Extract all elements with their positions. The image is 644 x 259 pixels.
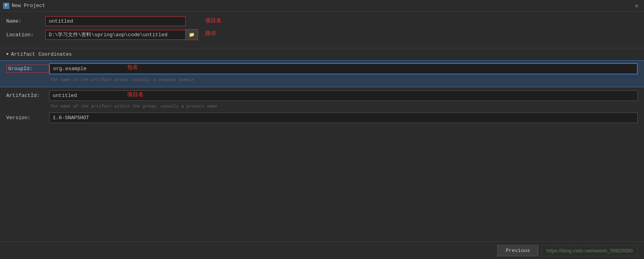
artifact-coordinates-title: Artifact Coordinates	[11, 51, 72, 57]
artifactid-label: ArtifactId:	[6, 93, 49, 99]
artifact-coordinates-section: GroupId: 包名 The name of the artifact gro…	[0, 60, 644, 130]
main-content: Name: 项目名 Location: 📁 路径 ▼ Artifa	[0, 12, 644, 259]
browse-button[interactable]: 📁	[185, 29, 198, 40]
artifactid-row: ArtifactId: 项目名	[6, 90, 638, 101]
top-form-section: Name: 项目名 Location: 📁 路径	[0, 12, 644, 48]
artifact-coordinates-header[interactable]: ▼ Artifact Coordinates	[0, 48, 644, 60]
title-bar: P New Project ✕	[0, 0, 644, 12]
groupid-row: GroupId: 包名	[6, 63, 638, 74]
version-input[interactable]	[49, 113, 638, 123]
dialog-title: New Project	[12, 3, 45, 9]
name-row: Name: 项目名	[6, 16, 638, 26]
collapse-arrow: ▼	[6, 52, 9, 56]
artifactid-input[interactable]	[49, 90, 638, 101]
version-label: Version:	[6, 115, 49, 121]
name-label: Name:	[6, 18, 45, 24]
bottom-bar: Previous https://blog.csdn.net/weixin_56…	[0, 241, 644, 259]
location-label: Location:	[6, 32, 45, 38]
name-input[interactable]	[45, 16, 186, 26]
artifactid-hint: The name of the artifact within the grou…	[6, 103, 638, 111]
location-row: Location: 📁 路径	[6, 29, 638, 40]
watermark-text: https://blog.csdn.net/weixin_56820090	[541, 245, 638, 256]
annotation-project-name: 项目名	[205, 17, 222, 24]
previous-button[interactable]: Previous	[497, 245, 538, 256]
folder-icon: 📁	[189, 32, 195, 37]
location-input[interactable]	[46, 30, 185, 39]
annotation-path: 路径	[205, 30, 216, 37]
groupid-input[interactable]	[49, 63, 638, 74]
dialog-body: Name: 项目名 Location: 📁 路径 ▼ Artifa	[0, 12, 644, 259]
version-row: Version:	[6, 113, 638, 123]
groupid-hint: The name of the artifact group, usually …	[6, 77, 638, 85]
groupid-label: GroupId:	[6, 65, 49, 73]
app-icon: P	[3, 3, 9, 9]
close-button[interactable]: ✕	[632, 1, 641, 11]
